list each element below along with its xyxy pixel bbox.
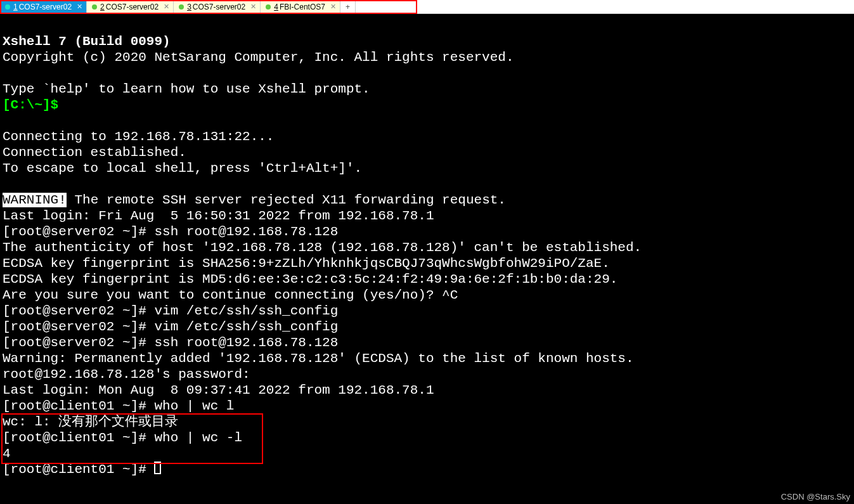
- terminal-line: Are you sure you want to continue connec…: [3, 288, 458, 302]
- status-dot-icon: [5, 4, 10, 10]
- terminal-line: The authenticity of host '192.168.78.128…: [3, 240, 642, 255]
- tab-num: 1: [13, 3, 18, 11]
- terminal-line: To escape to local shell, press 'Ctrl+Al…: [3, 161, 362, 176]
- terminal-line: ECDSA key fingerprint is SHA256:9+zZLh/Y…: [3, 256, 610, 271]
- terminal-line: [root@server02 ~]# ssh root@192.168.78.1…: [3, 335, 338, 350]
- close-icon[interactable]: ✕: [164, 3, 169, 11]
- terminal-line: Xshell 7 (Build 0099): [3, 34, 171, 49]
- terminal-output[interactable]: Xshell 7 (Build 0099) Copyright (c) 2020…: [0, 14, 854, 480]
- terminal-line: [root@client01 ~]# who | wc l: [3, 399, 234, 413]
- terminal-line: Warning: Permanently added '192.168.78.1…: [3, 351, 634, 366]
- tab-3[interactable]: 3 COS7-server02 ✕: [174, 0, 261, 13]
- terminal-line: [root@client01 ~]# who | wc -l: [3, 430, 242, 445]
- tab-4[interactable]: 4 FBI-CentOS7 ✕: [261, 0, 340, 13]
- tab-num: 2: [100, 3, 105, 11]
- warning-text: The remote SSH server rejected X11 forwa…: [67, 193, 506, 207]
- tab-num: 3: [187, 3, 191, 11]
- terminal-line: [root@server02 ~]# vim /etc/ssh/ssh_conf…: [3, 320, 338, 334]
- terminal-line: Type `help' to learn how to use Xshell p…: [3, 82, 370, 96]
- terminal-line: Connecting to 192.168.78.131:22...: [3, 129, 274, 144]
- terminal-line: 4: [3, 446, 11, 461]
- tab-label: COS7-server02: [106, 3, 159, 11]
- tab-bar: 1 COS7-server02 ✕ 2 COS7-server02 ✕ 3 CO…: [0, 0, 854, 14]
- terminal-line: Last login: Mon Aug 8 09:37:41 2022 from…: [3, 383, 434, 397]
- status-dot-icon: [266, 4, 271, 10]
- tab-1[interactable]: 1 COS7-server02 ✕: [0, 0, 87, 13]
- terminal-line: ECDSA key fingerprint is MD5:d6:ee:3e:c2…: [3, 272, 618, 287]
- local-prompt: [C:\~]$: [3, 98, 58, 112]
- terminal-line: root@192.168.78.128's password:: [3, 367, 258, 382]
- status-dot-icon: [92, 4, 97, 10]
- terminal-line: [root@server02 ~]# vim /etc/ssh/ssh_conf…: [3, 304, 338, 318]
- terminal-line: wc: l: 没有那个文件或目录: [3, 415, 178, 429]
- tab-label: COS7-server02: [193, 3, 245, 11]
- terminal-line: Connection established.: [3, 145, 186, 160]
- tabbar-blank: [356, 0, 854, 13]
- watermark: CSDN @Stars.Sky: [781, 492, 850, 501]
- close-icon[interactable]: ✕: [250, 3, 256, 11]
- tab-label: COS7-server02: [19, 3, 72, 11]
- status-dot-icon: [179, 4, 184, 10]
- close-icon[interactable]: ✕: [330, 3, 336, 11]
- terminal-line: [root@client01 ~]#: [3, 462, 154, 477]
- terminal-line: Last login: Fri Aug 5 16:50:31 2022 from…: [3, 209, 434, 223]
- close-icon[interactable]: ✕: [77, 3, 82, 11]
- tab-2[interactable]: 2 COS7-server02 ✕: [87, 0, 174, 13]
- terminal-line: [root@server02 ~]# ssh root@192.168.78.1…: [3, 224, 338, 239]
- warning-tag: WARNING!: [3, 193, 67, 207]
- terminal-line: Copyright (c) 2020 NetSarang Computer, I…: [3, 50, 514, 65]
- tab-label: FBI-CentOS7: [280, 3, 325, 11]
- tab-num: 4: [274, 3, 278, 11]
- cursor-icon: [154, 462, 161, 474]
- add-tab-button[interactable]: +: [340, 0, 356, 13]
